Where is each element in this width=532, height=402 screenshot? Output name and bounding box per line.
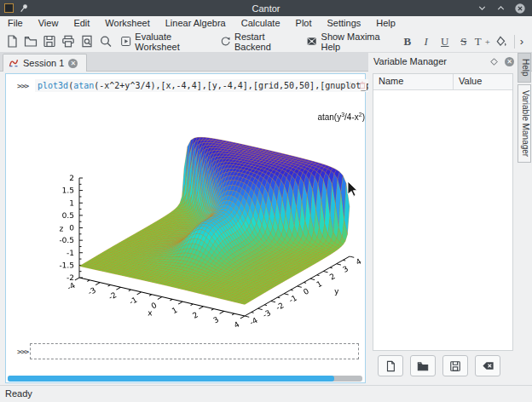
cantor-window: Cantor File View Edit Worksheet Linear A… — [0, 0, 532, 402]
command-prompt: >>> — [17, 82, 28, 90]
tab-close-icon[interactable]: ✕ — [68, 59, 78, 68]
evaluate-worksheet-label: Evaluate Worksheet — [135, 32, 209, 52]
underline-button[interactable]: U — [436, 32, 454, 51]
side-tab-help[interactable]: Help — [518, 53, 531, 83]
paint-icon — [494, 35, 507, 48]
tab-label: Session 1 — [23, 58, 64, 68]
toolbar-separator — [514, 35, 515, 49]
strikethrough-button[interactable]: S — [454, 32, 473, 51]
plot-canvas — [49, 101, 367, 333]
column-value[interactable]: Value — [454, 74, 487, 89]
vm-open-button[interactable] — [410, 355, 436, 376]
superscript-t: T — [475, 35, 482, 49]
vm-new-button[interactable] — [378, 355, 403, 376]
menu-calculate[interactable]: Calculate — [234, 16, 288, 31]
plot-title: atan(y3/4-x2) — [317, 112, 365, 122]
plot-output: atan(y3/4-x2) — [49, 101, 367, 333]
print-button[interactable] — [59, 32, 78, 51]
search-icon — [99, 34, 113, 49]
next-command-prompt: >>> — [17, 347, 28, 356]
command-keyword-atan: atan — [73, 81, 94, 90]
tab-session-1[interactable]: Session 1 ✕ — [3, 54, 87, 72]
restart-backend-button[interactable]: Restart Backend — [215, 32, 302, 51]
command-keyword-plot3d: plot3d — [38, 81, 68, 90]
new-document-icon — [5, 34, 19, 49]
menu-settings[interactable]: Settings — [320, 16, 369, 31]
print-preview-button[interactable] — [78, 32, 96, 51]
menu-plot[interactable]: Plot — [288, 16, 320, 31]
text-color-button[interactable] — [492, 32, 511, 51]
variable-manager-buttons — [378, 355, 500, 376]
toolbar-overflow-button[interactable]: › — [520, 35, 523, 48]
menu-linear-algebra[interactable]: Linear Algebra — [158, 16, 234, 31]
horizontal-scrollbar[interactable] — [8, 376, 362, 382]
variable-manager-panel: Variable Manager ✕ Name Value — [368, 53, 518, 382]
mouse-cursor — [347, 181, 359, 198]
status-text: Ready — [5, 388, 32, 399]
maximize-button[interactable] — [495, 3, 506, 14]
vm-clear-button[interactable] — [475, 355, 500, 376]
menu-view[interactable]: View — [31, 16, 66, 31]
maxima-help-icon — [306, 35, 317, 48]
bold-button[interactable]: B — [398, 32, 417, 51]
vm-open-icon — [417, 360, 429, 372]
restart-icon — [220, 35, 231, 48]
vm-save-button[interactable] — [442, 355, 468, 376]
evaluate-icon — [120, 35, 131, 48]
evaluate-worksheet-button[interactable]: Evaluate Worksheet — [115, 32, 215, 51]
open-file-button[interactable] — [21, 32, 40, 51]
window-title: Cantor — [0, 3, 532, 14]
entry-settings-icon[interactable] — [346, 81, 355, 89]
titlebar: Cantor — [0, 0, 532, 16]
italic-button[interactable]: I — [417, 32, 436, 51]
menubar: File View Edit Worksheet Linear Algebra … — [0, 16, 532, 31]
side-tab-variable-manager[interactable]: Variable Manager — [518, 84, 531, 163]
save-icon — [43, 34, 56, 49]
menu-file[interactable]: File — [0, 16, 31, 31]
worksheet[interactable]: >>> plot3d(atan(-x^2+y^3/4),[x,-4,4],[y,… — [5, 73, 366, 383]
pin-icon[interactable] — [19, 3, 29, 14]
column-name[interactable]: Name — [373, 74, 454, 89]
statusbar: Ready — [0, 385, 532, 402]
menu-help[interactable]: Help — [368, 16, 403, 31]
menu-edit[interactable]: Edit — [66, 16, 97, 31]
vm-save-icon — [449, 360, 461, 372]
folder-icon — [24, 34, 38, 49]
restart-backend-label: Restart Backend — [234, 32, 296, 52]
panel-close-icon[interactable]: ✕ — [505, 57, 514, 66]
variable-manager-header: Variable Manager ✕ — [368, 53, 518, 70]
show-maxima-help-button[interactable]: Show Maxima Help — [301, 32, 398, 51]
vm-new-icon — [385, 360, 396, 372]
variable-manager-title: Variable Manager — [373, 56, 490, 66]
close-button[interactable] — [514, 3, 526, 14]
minimize-button[interactable] — [477, 3, 488, 14]
entry-remove-icon[interactable] — [358, 81, 367, 89]
print-icon — [61, 34, 75, 49]
save-button[interactable] — [40, 32, 59, 51]
panel-float-icon[interactable] — [490, 58, 498, 66]
superscript-plus: + — [485, 37, 490, 47]
app-menu-icon[interactable] — [4, 3, 14, 13]
empty-command-entry[interactable] — [30, 343, 359, 359]
find-button[interactable] — [96, 32, 115, 51]
entry-action-icons — [346, 81, 367, 89]
print-preview-icon — [80, 34, 94, 49]
vm-clear-icon — [482, 359, 494, 372]
maxima-icon — [9, 58, 19, 68]
h-scrollbar-thumb[interactable] — [8, 376, 334, 382]
superscript-button[interactable]: T+ — [473, 32, 492, 51]
new-document-button[interactable] — [3, 32, 21, 51]
show-maxima-help-label: Show Maxima Help — [321, 32, 393, 52]
toolbar: Evaluate Worksheet Restart Backend Show … — [0, 31, 532, 52]
side-tabbar: Help Variable Manager — [518, 53, 532, 383]
menu-worksheet[interactable]: Worksheet — [97, 16, 157, 31]
variable-table: Name Value — [373, 73, 513, 351]
